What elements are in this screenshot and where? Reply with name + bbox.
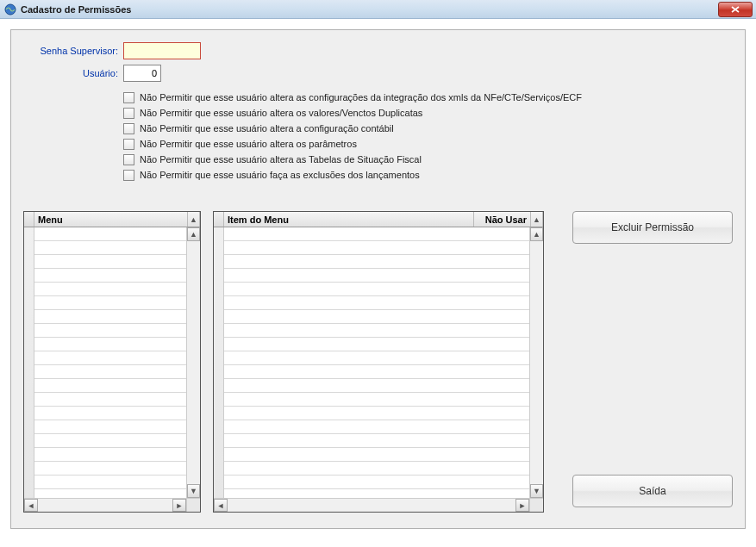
checkbox-label: Não Permitir que esse usuário faça as ex… xyxy=(140,168,420,182)
checkbox-exclusoes[interactable] xyxy=(123,170,134,181)
items-grid-header: Item do Menu Não Usar ▲ xyxy=(214,212,543,227)
checkbox-label: Não Permitir que esse usuário altera os … xyxy=(140,106,422,120)
naousar-col-header[interactable]: Não Usar xyxy=(474,212,531,227)
checkbox-row: Não Permitir que esse usuário altera as … xyxy=(123,90,733,104)
title-bar: Cadastro de Permissões xyxy=(0,0,756,19)
item-col-header[interactable]: Item do Menu xyxy=(224,212,474,227)
scroll-down-icon[interactable]: ▼ xyxy=(187,484,200,498)
items-hscroll[interactable]: ◄ ► xyxy=(214,498,529,512)
checkbox-row: Não Permitir que esse usuário altera os … xyxy=(123,106,733,120)
scroll-corner xyxy=(186,498,200,512)
checkbox-row: Não Permitir que esse usuário altera as … xyxy=(123,152,733,166)
grid-corner xyxy=(214,212,224,227)
checkbox-label: Não Permitir que esse usuário altera as … xyxy=(140,152,422,166)
scroll-right-icon[interactable]: ► xyxy=(172,499,186,512)
menu-grid[interactable]: Menu ▲ ▲ ▼ ◄ xyxy=(23,211,201,513)
checkbox-label: Não Permitir que esse usuário altera as … xyxy=(140,90,582,104)
scroll-up-icon[interactable]: ▲ xyxy=(187,227,200,241)
usuario-input[interactable] xyxy=(123,65,161,82)
supervisor-label: Senha Supervisor: xyxy=(23,46,118,56)
main-panel: Senha Supervisor: Usuário: Não Permitir … xyxy=(10,29,746,529)
close-icon xyxy=(731,6,740,13)
checkbox-parametros[interactable] xyxy=(123,139,134,150)
scroll-down-icon[interactable]: ▼ xyxy=(530,484,543,498)
usuario-label: Usuário: xyxy=(23,68,118,78)
sort-up-icon[interactable]: ▲ xyxy=(188,212,200,227)
scroll-up-icon[interactable]: ▲ xyxy=(530,227,543,241)
items-grid-body[interactable] xyxy=(214,227,543,500)
window-title: Cadastro de Permissões xyxy=(21,4,131,15)
scroll-corner xyxy=(529,498,543,512)
menu-vscroll[interactable]: ▲ ▼ xyxy=(186,227,200,498)
grid-corner xyxy=(24,212,34,227)
sort-up-icon[interactable]: ▲ xyxy=(531,212,543,227)
checkbox-label: Não Permitir que esse usuário altera os … xyxy=(140,137,357,151)
checkbox-situacao-fiscal[interactable] xyxy=(123,154,134,165)
checkbox-row: Não Permitir que esse usuário altera os … xyxy=(123,137,733,151)
checkbox-block: Não Permitir que esse usuário altera as … xyxy=(123,90,733,182)
supervisor-password-input[interactable] xyxy=(123,42,201,59)
app-icon xyxy=(3,3,17,16)
checkbox-duplicatas[interactable] xyxy=(123,108,134,119)
checkbox-nfe[interactable] xyxy=(123,92,134,103)
saida-button[interactable]: Saída xyxy=(572,475,733,507)
scroll-left-icon[interactable]: ◄ xyxy=(24,499,38,512)
checkbox-row: Não Permitir que esse usuário altera a c… xyxy=(123,121,733,135)
close-button[interactable] xyxy=(718,2,753,17)
items-vscroll[interactable]: ▲ ▼ xyxy=(529,227,543,498)
excluir-permissao-button[interactable]: Excluir Permissão xyxy=(572,211,733,244)
menu-hscroll[interactable]: ◄ ► xyxy=(24,498,186,512)
menu-grid-body[interactable] xyxy=(24,227,200,500)
items-grid[interactable]: Item do Menu Não Usar ▲ ▲ ▼ xyxy=(213,211,544,513)
checkbox-label: Não Permitir que esse usuário altera a c… xyxy=(140,121,394,135)
menu-grid-header: Menu ▲ xyxy=(24,212,200,227)
checkbox-row: Não Permitir que esse usuário faça as ex… xyxy=(123,168,733,182)
checkbox-contabil[interactable] xyxy=(123,123,134,134)
scroll-right-icon[interactable]: ► xyxy=(515,499,529,512)
menu-col-header[interactable]: Menu xyxy=(34,212,188,227)
scroll-left-icon[interactable]: ◄ xyxy=(214,499,228,512)
